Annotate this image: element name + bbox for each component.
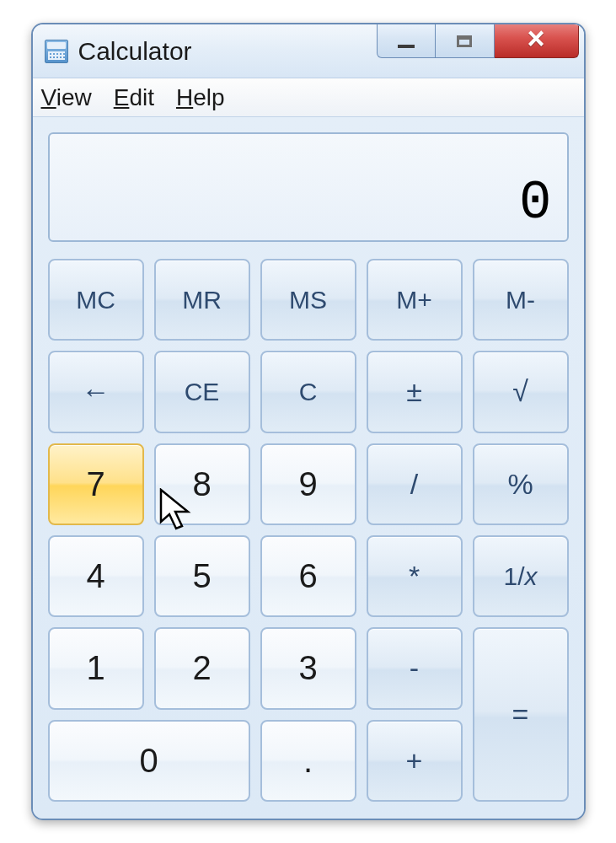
digit-2-button[interactable]: 2 <box>154 627 250 709</box>
menu-bar: View Edit Help <box>33 78 584 117</box>
sqrt-button[interactable]: √ <box>473 351 569 432</box>
window-title: Calculator <box>78 37 192 66</box>
maximize-button[interactable] <box>436 24 495 58</box>
keypad: MC MR MS M+ M- ← CE C ± √ 7 8 9 / % 4 5 … <box>48 259 569 802</box>
digit-6-button[interactable]: 6 <box>260 535 356 617</box>
display: 0 <box>48 132 569 242</box>
menu-view[interactable]: View <box>41 84 92 111</box>
maximize-icon <box>457 35 472 47</box>
minimize-button[interactable] <box>377 24 436 58</box>
digit-9-button[interactable]: 9 <box>260 443 356 525</box>
calculator-window: Calculator × View Edit Help 0 MC MR <box>31 23 586 820</box>
mplus-button[interactable]: M+ <box>367 259 463 341</box>
reciprocal-button[interactable]: 1/x <box>473 535 569 617</box>
reciprocal-label: 1/x <box>503 562 537 591</box>
subtract-button[interactable]: - <box>367 627 463 709</box>
mc-button[interactable]: MC <box>48 259 144 341</box>
menu-edit-rest: dit <box>129 84 154 110</box>
menu-help-rest: elp <box>193 84 224 110</box>
percent-button[interactable]: % <box>473 443 569 525</box>
display-value: 0 <box>519 173 551 234</box>
ms-button[interactable]: MS <box>260 259 356 341</box>
digit-0-button[interactable]: 0 <box>48 720 250 802</box>
digit-4-button[interactable]: 4 <box>48 535 144 617</box>
digit-3-button[interactable]: 3 <box>260 627 356 709</box>
negate-button[interactable]: ± <box>367 351 463 432</box>
decimal-button[interactable]: . <box>260 720 356 802</box>
equals-button[interactable]: = <box>473 627 569 802</box>
digit-7-button[interactable]: 7 <box>48 443 144 525</box>
divide-button[interactable]: / <box>367 443 463 525</box>
mr-button[interactable]: MR <box>154 259 250 341</box>
menu-help[interactable]: Help <box>176 84 225 111</box>
mminus-button[interactable]: M- <box>473 259 569 341</box>
close-button[interactable]: × <box>495 24 579 58</box>
title-bar[interactable]: Calculator × <box>33 24 584 78</box>
backspace-button[interactable]: ← <box>48 351 144 432</box>
digit-1-button[interactable]: 1 <box>48 627 144 709</box>
add-button[interactable]: + <box>367 720 463 802</box>
menu-edit[interactable]: Edit <box>114 84 154 111</box>
menu-view-rest: iew <box>56 84 92 110</box>
digit-5-button[interactable]: 5 <box>154 535 250 617</box>
calculator-body: 0 MC MR MS M+ M- ← CE C ± √ 7 8 9 / % 4 … <box>33 117 584 819</box>
minimize-icon <box>398 45 415 48</box>
calculator-icon <box>45 40 68 63</box>
close-icon: × <box>527 24 544 54</box>
ce-button[interactable]: CE <box>154 351 250 432</box>
window-controls: × <box>377 24 579 58</box>
multiply-button[interactable]: * <box>367 535 463 617</box>
c-button[interactable]: C <box>260 351 356 432</box>
digit-8-button[interactable]: 8 <box>154 443 250 525</box>
